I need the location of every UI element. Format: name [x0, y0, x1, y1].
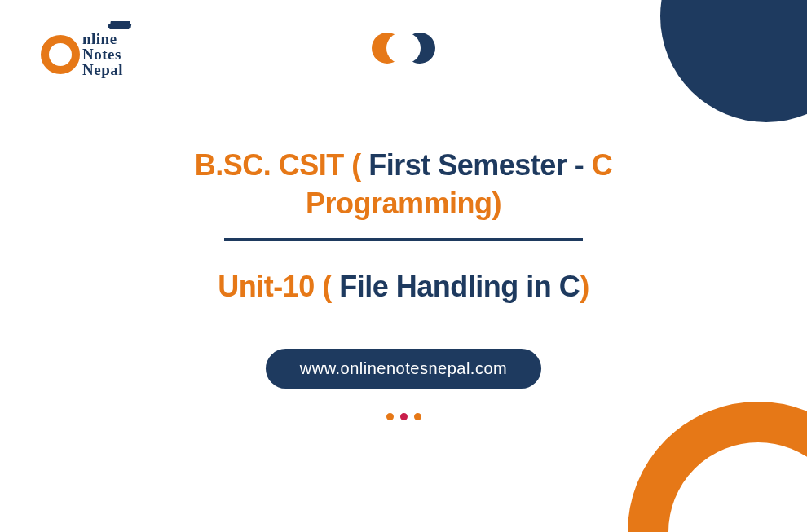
unit-name: File Handling in C [339, 270, 580, 303]
dot-icon [414, 413, 421, 420]
logo-line-2: Notes [82, 46, 123, 62]
close-paren-2: ) [580, 270, 589, 303]
semester-text: First Semester - [368, 148, 592, 182]
graduation-cap-icon [109, 21, 130, 29]
unit-number: Unit-10 ( [218, 270, 339, 303]
website-url-badge: www.onlinenotesnepal.com [266, 349, 541, 389]
moon-decoration [372, 33, 435, 64]
logo-line-3: Nepal [82, 62, 123, 77]
logo-o-icon [41, 35, 80, 74]
course-title: B.SC. CSIT ( First Semester - C Programm… [0, 147, 807, 223]
dot-icon [386, 413, 394, 420]
crescent-left-icon [372, 33, 403, 64]
logo-line-1: nline [82, 31, 123, 46]
unit-title: Unit-10 ( File Handling in C) [0, 270, 807, 304]
site-logo: nline Notes Nepal [41, 31, 123, 77]
close-paren-1: ) [492, 187, 502, 220]
decorative-circle-top [660, 0, 807, 122]
subject-prefix: C [592, 148, 613, 182]
decorative-ring-bottom [628, 402, 807, 532]
logo-text-block: nline Notes Nepal [82, 31, 123, 77]
subject-name: Programming [306, 187, 492, 220]
decorative-dots [0, 413, 807, 420]
title-divider [224, 238, 583, 241]
crescent-right-icon [404, 33, 435, 64]
course-code: B.SC. CSIT ( [195, 148, 369, 182]
main-content: B.SC. CSIT ( First Semester - C Programm… [0, 147, 807, 420]
dot-icon [400, 413, 408, 420]
